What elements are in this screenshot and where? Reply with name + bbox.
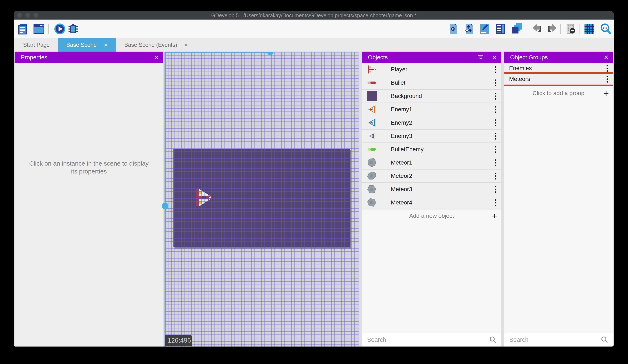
object-groups-panel: Object Groups × Enemies Meteors Click to… (504, 52, 613, 347)
selection-handle-left[interactable] (162, 203, 168, 209)
cursor-coordinates-badge: 126;496 (165, 335, 192, 346)
object-name: Meteor4 (391, 199, 491, 206)
tab-label: Start Page (23, 42, 50, 48)
objects-panel-title: Objects (368, 54, 478, 61)
object-name: Background (391, 93, 491, 99)
group-row-enemies[interactable]: Enemies (504, 63, 613, 74)
selection-top-edge (164, 52, 270, 53)
object-name: Player (391, 66, 491, 73)
object-row-enemy2[interactable]: Enemy2 (362, 116, 501, 129)
object-name: Enemy2 (391, 120, 491, 126)
objects-panel-header: Objects × (362, 52, 501, 63)
kebab-menu-icon[interactable] (491, 66, 500, 73)
zoom-1-1-icon: 1:1 (600, 23, 612, 35)
tab-start-page[interactable]: Start Page (15, 38, 58, 52)
object-name: Enemy1 (391, 106, 491, 113)
objects-editor-button[interactable] (448, 23, 460, 35)
kebab-menu-icon[interactable] (491, 120, 500, 126)
tab-base-scene-events-[interactable]: Base Scene (Events) × (116, 38, 196, 52)
objects-panel: Objects × Player Bullet Background Enemy… (362, 52, 501, 347)
svg-text:1:1: 1:1 (603, 26, 607, 30)
groups-search-box (504, 333, 613, 346)
start-page-button[interactable] (33, 23, 45, 35)
bullet-green-icon (367, 144, 377, 154)
group-row-meteors[interactable]: Meteors (504, 74, 613, 85)
layers-editor-button[interactable] (511, 23, 523, 35)
selection-left-edge (165, 52, 166, 347)
scene-editor-canvas[interactable]: 126;496 (164, 52, 359, 347)
window-mask-button[interactable] (564, 23, 577, 35)
objects-list: Player Bullet Background Enemy1 Enemy2 E… (362, 63, 501, 347)
tab-base-scene[interactable]: Base Scene × (58, 38, 116, 52)
grid-button[interactable] (583, 23, 595, 35)
player-instance[interactable] (195, 187, 212, 208)
kebab-menu-icon[interactable] (491, 146, 500, 153)
debug-button[interactable] (67, 23, 79, 35)
object-groups-list: Enemies Meteors Click to add a group + (504, 63, 613, 347)
object-row-player[interactable]: Player (362, 63, 501, 76)
object-name: Meteor2 (391, 173, 491, 179)
add-object-button[interactable]: Add a new object + (362, 209, 501, 222)
kebab-menu-icon[interactable] (603, 65, 611, 72)
object-row-meteor2[interactable]: Meteor2 (362, 170, 501, 183)
kebab-menu-icon[interactable] (491, 106, 500, 113)
plus-icon: + (603, 88, 609, 99)
enemy2-ship-icon (367, 118, 377, 128)
meteor-4-icon (367, 198, 377, 208)
object-row-background[interactable]: Background (362, 90, 501, 103)
debug-icon (67, 23, 79, 35)
object-row-enemy1[interactable]: Enemy1 (362, 103, 501, 116)
kebab-menu-icon[interactable] (491, 133, 500, 140)
objects-search-input[interactable] (367, 336, 489, 343)
kebab-menu-icon[interactable] (491, 186, 500, 193)
toolbar-separator (579, 24, 579, 34)
undo-button[interactable] (532, 23, 544, 35)
kebab-menu-icon[interactable] (491, 173, 500, 180)
close-icon[interactable]: × (604, 54, 608, 61)
object-name: Bullet (391, 79, 491, 86)
kebab-menu-icon[interactable] (491, 79, 500, 86)
object-groups-editor-icon (464, 23, 475, 35)
add-object-label: Add a new object (409, 213, 454, 219)
redo-button[interactable] (545, 23, 557, 35)
kebab-menu-icon[interactable] (491, 93, 500, 100)
object-row-bullet[interactable]: Bullet (362, 76, 501, 90)
selection-top-edge-faded (274, 52, 359, 53)
toolbar-separator (526, 24, 526, 34)
object-name: Enemy3 (391, 133, 491, 139)
project-manager-button[interactable] (17, 23, 29, 35)
bullet-red-icon (367, 78, 377, 88)
search-icon (489, 336, 496, 343)
close-icon[interactable]: × (104, 42, 108, 48)
instances-list-button[interactable] (494, 23, 507, 35)
filter-icon[interactable] (478, 55, 483, 60)
object-row-enemy3[interactable]: Enemy3 (362, 129, 501, 143)
preview-play-icon (54, 23, 66, 35)
zoom-original-button[interactable]: 1:1 (600, 23, 612, 35)
search-icon (601, 336, 608, 343)
kebab-menu-icon[interactable] (491, 159, 500, 166)
properties-panel-header: Properties × (14, 52, 163, 63)
add-group-button[interactable]: Click to add a group + (504, 87, 613, 99)
object-row-meteor4[interactable]: Meteor4 (362, 196, 501, 209)
kebab-menu-icon[interactable] (603, 76, 611, 83)
object-row-meteor1[interactable]: Meteor1 (362, 156, 501, 170)
layers-editor-icon (511, 23, 523, 35)
objects-editor-icon (448, 23, 460, 35)
close-icon[interactable]: × (492, 54, 497, 61)
object-row-bulletenemy[interactable]: BulletEnemy (362, 143, 501, 156)
window-mask-icon (564, 23, 577, 35)
grid-icon (583, 23, 595, 35)
preview-play-button[interactable] (54, 23, 66, 35)
titlebar: GDevelop 5 - /Users/dkarakay/Documents/G… (14, 11, 614, 20)
close-icon[interactable]: × (154, 54, 159, 61)
redo-icon (545, 23, 557, 35)
kebab-menu-icon[interactable] (491, 199, 500, 206)
close-icon[interactable]: × (184, 42, 188, 48)
groups-search-input[interactable] (509, 336, 601, 343)
properties-editor-button[interactable] (479, 23, 491, 35)
object-groups-editor-button[interactable] (464, 23, 475, 35)
group-name: Meteors (509, 76, 603, 82)
project-manager-icon (17, 23, 29, 35)
object-row-meteor3[interactable]: Meteor3 (362, 183, 501, 196)
